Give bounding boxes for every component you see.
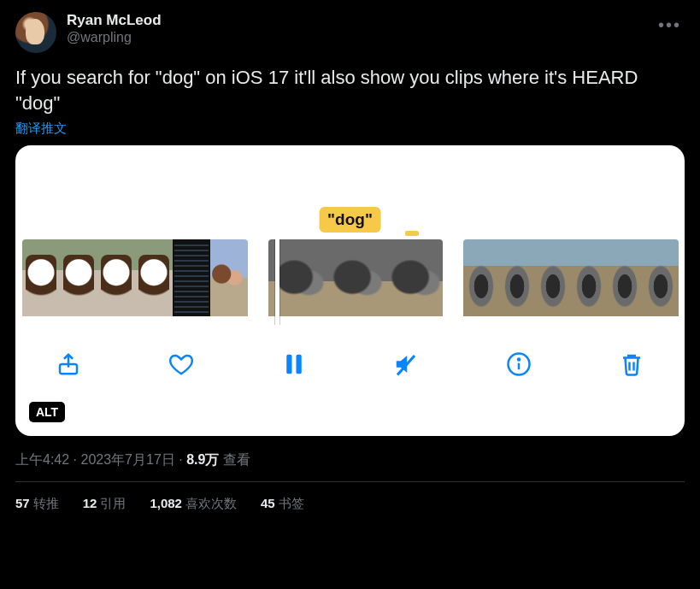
meta-date[interactable]: 2023年7月17日: [80, 452, 174, 467]
thumbnail: [463, 239, 499, 316]
author-block[interactable]: Ryan McLeod @warpling: [67, 12, 644, 47]
quote-count: 12: [83, 496, 97, 510]
meta-time[interactable]: 上午4:42: [15, 452, 69, 467]
svg-rect-2: [296, 355, 301, 374]
alt-badge[interactable]: ALT: [29, 402, 65, 422]
thumbnail: [385, 239, 443, 316]
clip-group-2[interactable]: [268, 239, 443, 325]
svg-point-5: [518, 359, 520, 361]
pause-icon[interactable]: [279, 349, 309, 380]
stat-bookmarks[interactable]: 45书签: [261, 496, 304, 512]
handle: @warpling: [67, 29, 644, 47]
avatar[interactable]: [15, 12, 56, 53]
bookmark-label: 书签: [279, 496, 304, 510]
like-count: 1,082: [150, 496, 182, 510]
tweet-stats: 57转推 12引用 1,082喜欢次数 45书签: [15, 482, 685, 526]
stat-likes[interactable]: 1,082喜欢次数: [150, 496, 237, 512]
views-label: 查看: [223, 452, 250, 467]
media-card[interactable]: "dog": [15, 145, 685, 436]
share-icon[interactable]: [53, 349, 84, 380]
stat-retweets[interactable]: 57转推: [15, 496, 59, 512]
thumbnail: [643, 239, 679, 316]
thumbnail: [210, 239, 248, 316]
thumbnail: [173, 239, 210, 316]
thumbnail: [607, 239, 643, 316]
clip-group-3[interactable]: [463, 239, 679, 325]
thumbnail: [326, 239, 385, 316]
thumbnail: [22, 239, 60, 316]
heart-icon[interactable]: [166, 349, 197, 380]
thumbnail: [571, 239, 607, 316]
tweet-container: Ryan McLeod @warpling ••• If you search …: [0, 0, 700, 526]
translate-link[interactable]: 翻译推文: [15, 121, 67, 137]
tweet-text: If you search for "dog" on iOS 17 it'll …: [15, 65, 685, 115]
quote-label: 引用: [100, 496, 126, 510]
tweet-meta: 上午4:42 · 2023年7月17日 · 8.9万 查看: [15, 436, 685, 482]
stat-quotes[interactable]: 12引用: [83, 496, 126, 512]
info-icon[interactable]: [503, 349, 534, 380]
clip-group-1[interactable]: [22, 239, 248, 325]
retweet-label: 转推: [33, 496, 59, 510]
playhead[interactable]: [275, 239, 279, 325]
retweet-count: 57: [15, 496, 30, 510]
thumbnail: [97, 239, 135, 316]
thumbnail: [60, 239, 97, 316]
thumbnail: [135, 239, 173, 316]
video-timeline[interactable]: [15, 239, 685, 325]
player-controls: [15, 325, 685, 380]
tweet-header: Ryan McLeod @warpling •••: [15, 12, 685, 53]
bookmark-count: 45: [261, 496, 275, 510]
search-term-bubble: "dog": [319, 207, 381, 233]
views-count: 8.9万: [186, 452, 219, 467]
match-marker: [405, 231, 419, 236]
trash-icon[interactable]: [616, 349, 647, 380]
thumbnail: [535, 239, 571, 316]
more-icon[interactable]: •••: [655, 12, 685, 38]
mute-icon[interactable]: [391, 349, 421, 380]
media-top: "dog": [15, 145, 685, 239]
thumbnail: [499, 239, 535, 316]
like-label: 喜欢次数: [185, 496, 237, 510]
svg-rect-1: [286, 355, 291, 374]
display-name: Ryan McLeod: [67, 12, 644, 29]
